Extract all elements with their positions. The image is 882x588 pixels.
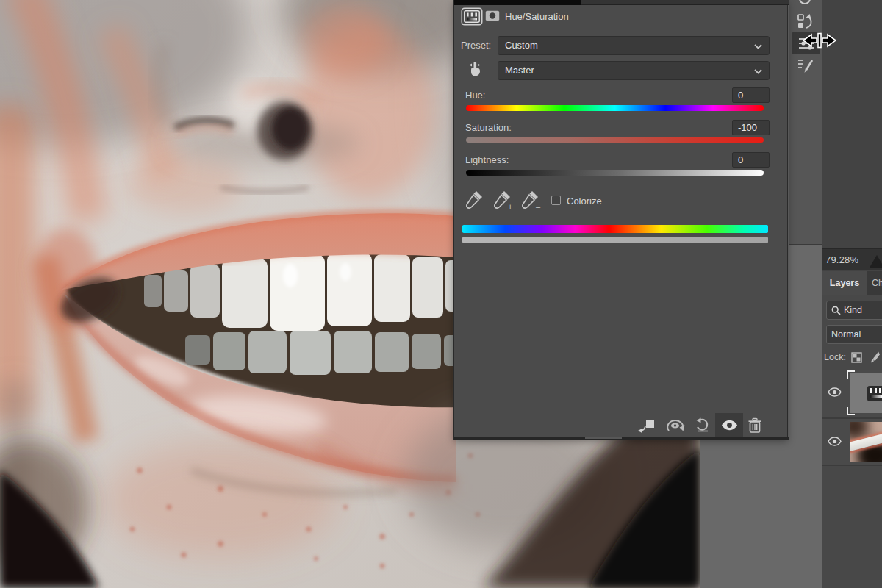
layer-row-photo[interactable] xyxy=(822,419,882,465)
panel-top-edge xyxy=(581,0,789,5)
layer-mask-icon[interactable] xyxy=(485,10,500,24)
channel-dropdown[interactable]: Master xyxy=(498,61,770,80)
lock-transparency-icon[interactable] xyxy=(851,352,862,363)
panel-title: Hue/Saturation xyxy=(505,11,569,22)
lightness-slider-track[interactable] xyxy=(466,170,764,176)
panel-drag-handle[interactable] xyxy=(585,437,622,439)
layer-visibility-toggle[interactable] xyxy=(828,436,844,448)
svg-text:–: – xyxy=(536,202,541,210)
eyedropper-icon[interactable] xyxy=(465,190,484,210)
reset-adjustment-icon[interactable] xyxy=(694,417,711,433)
colorize-label: Colorize xyxy=(567,196,602,207)
zoom-slider-icon xyxy=(869,253,882,269)
photoshop-screen: 79.28% Layers Ch Kind Normal Lock: xyxy=(0,0,882,588)
properties-panel: Hue/Saturation Preset: Custom Master Hue… xyxy=(453,0,788,440)
channel-value: Master xyxy=(505,65,534,76)
subtract-eyedropper-icon[interactable]: – xyxy=(520,190,542,210)
preset-label: Preset: xyxy=(461,40,491,51)
status-bar: 79.28% xyxy=(822,248,882,270)
lock-paint-brush-icon[interactable] xyxy=(867,351,880,364)
layer-visibility-toggle[interactable] xyxy=(828,387,844,398)
brush-settings-panel-icon[interactable] xyxy=(797,57,814,74)
saturation-label: Saturation: xyxy=(465,122,512,133)
colorize-checkbox[interactable] xyxy=(551,196,561,205)
layer-filter-dropdown[interactable]: Kind xyxy=(826,301,882,320)
selection-bracket xyxy=(847,407,855,415)
blend-mode-dropdown[interactable]: Normal xyxy=(826,325,882,344)
preset-dropdown[interactable]: Custom xyxy=(498,36,770,55)
view-previous-state-icon[interactable] xyxy=(664,417,686,434)
clip-to-layer-icon[interactable] xyxy=(637,418,656,433)
targeted-adjustment-tool-icon[interactable] xyxy=(465,60,484,78)
svg-text:+: + xyxy=(508,202,512,210)
tab-layers[interactable]: Layers xyxy=(822,271,867,295)
eye-icon xyxy=(828,437,842,446)
panel-tab-bar: Layers Ch xyxy=(822,271,882,295)
tab-channels[interactable]: Ch xyxy=(872,271,882,295)
add-eyedropper-icon[interactable]: + xyxy=(492,190,514,210)
horizontal-resize-cursor xyxy=(803,31,836,50)
layer-filter-value: Kind xyxy=(844,305,862,315)
search-icon xyxy=(831,306,841,315)
eye-icon xyxy=(721,420,738,431)
delete-adjustment-trash-icon[interactable] xyxy=(747,417,762,434)
layers-panel-content: Kind Normal Lock: xyxy=(822,295,882,588)
eye-icon xyxy=(828,387,842,397)
selection-bracket xyxy=(847,370,855,379)
lightness-value-field[interactable]: 0 xyxy=(732,152,770,168)
hue-slider-track[interactable] xyxy=(466,105,764,111)
layer-row-adjustment[interactable] xyxy=(822,370,882,417)
saturation-slider-track[interactable] xyxy=(466,137,764,143)
panel-top-edge xyxy=(454,0,581,5)
lock-label: Lock: xyxy=(824,352,846,362)
properties-footer xyxy=(454,415,789,437)
lightness-label: Lightness: xyxy=(465,154,509,165)
clipped-panel-icon[interactable] xyxy=(799,0,811,4)
hue-value-field[interactable]: 0 xyxy=(732,87,770,103)
lock-row: Lock: xyxy=(824,349,882,365)
history-panel-icon[interactable] xyxy=(797,12,814,31)
hue-label: Hue: xyxy=(465,90,485,101)
layers-panel-column: 79.28% Layers Ch Kind Normal Lock: xyxy=(822,0,882,588)
saturation-value-field[interactable]: -100 xyxy=(732,120,770,135)
blend-mode-value: Normal xyxy=(831,329,861,340)
hue-saturation-adjustment-icon xyxy=(462,9,481,24)
hue-saturation-glyph xyxy=(867,386,882,401)
properties-header: Hue/Saturation xyxy=(454,5,789,29)
zoom-level-field[interactable]: 79.28% xyxy=(825,254,858,265)
adjusted-spectrum-bar xyxy=(462,237,768,243)
hue-spectrum-bar xyxy=(462,225,768,233)
chevron-down-icon xyxy=(754,44,762,49)
layer-visibility-active-cell[interactable] xyxy=(715,413,743,437)
chevron-down-icon xyxy=(754,69,762,74)
layer-divider xyxy=(822,465,882,466)
photo-layer-thumbnail[interactable] xyxy=(850,422,882,462)
preset-value: Custom xyxy=(505,40,538,51)
